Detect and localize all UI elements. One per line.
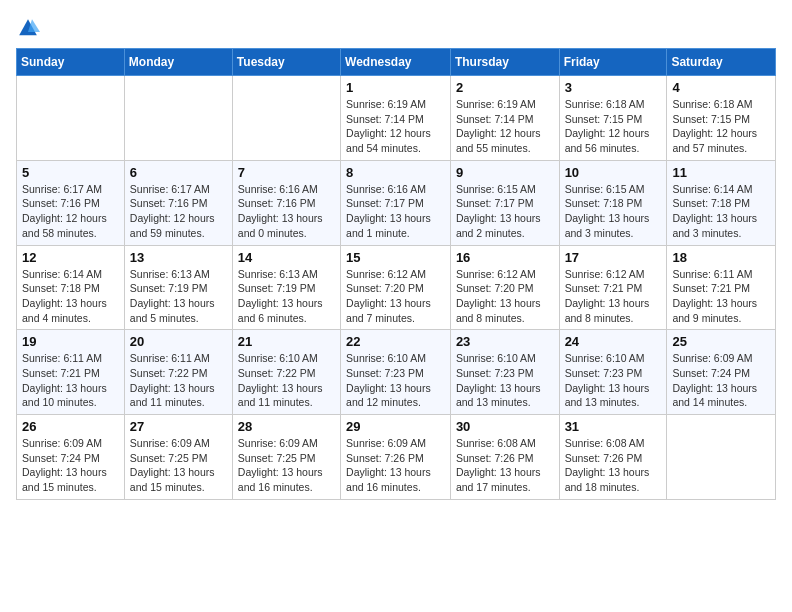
day-info: Sunrise: 6:13 AMSunset: 7:19 PMDaylight:… bbox=[130, 267, 227, 326]
day-info: Sunrise: 6:09 AMSunset: 7:24 PMDaylight:… bbox=[672, 351, 770, 410]
day-number: 22 bbox=[346, 334, 445, 349]
day-cell bbox=[17, 76, 125, 161]
day-number: 1 bbox=[346, 80, 445, 95]
day-info: Sunrise: 6:09 AMSunset: 7:25 PMDaylight:… bbox=[238, 436, 335, 495]
day-info: Sunrise: 6:12 AMSunset: 7:20 PMDaylight:… bbox=[456, 267, 554, 326]
week-row-5: 26Sunrise: 6:09 AMSunset: 7:24 PMDayligh… bbox=[17, 415, 776, 500]
day-info: Sunrise: 6:08 AMSunset: 7:26 PMDaylight:… bbox=[456, 436, 554, 495]
day-info: Sunrise: 6:09 AMSunset: 7:24 PMDaylight:… bbox=[22, 436, 119, 495]
week-row-1: 1Sunrise: 6:19 AMSunset: 7:14 PMDaylight… bbox=[17, 76, 776, 161]
day-cell: 26Sunrise: 6:09 AMSunset: 7:24 PMDayligh… bbox=[17, 415, 125, 500]
day-number: 7 bbox=[238, 165, 335, 180]
day-info: Sunrise: 6:19 AMSunset: 7:14 PMDaylight:… bbox=[456, 97, 554, 156]
day-info: Sunrise: 6:09 AMSunset: 7:26 PMDaylight:… bbox=[346, 436, 445, 495]
day-info: Sunrise: 6:18 AMSunset: 7:15 PMDaylight:… bbox=[672, 97, 770, 156]
page-header bbox=[16, 16, 776, 40]
day-cell: 12Sunrise: 6:14 AMSunset: 7:18 PMDayligh… bbox=[17, 245, 125, 330]
day-cell: 3Sunrise: 6:18 AMSunset: 7:15 PMDaylight… bbox=[559, 76, 667, 161]
day-info: Sunrise: 6:10 AMSunset: 7:22 PMDaylight:… bbox=[238, 351, 335, 410]
day-number: 19 bbox=[22, 334, 119, 349]
day-info: Sunrise: 6:16 AMSunset: 7:16 PMDaylight:… bbox=[238, 182, 335, 241]
day-number: 9 bbox=[456, 165, 554, 180]
day-info: Sunrise: 6:12 AMSunset: 7:20 PMDaylight:… bbox=[346, 267, 445, 326]
day-info: Sunrise: 6:08 AMSunset: 7:26 PMDaylight:… bbox=[565, 436, 662, 495]
day-cell: 25Sunrise: 6:09 AMSunset: 7:24 PMDayligh… bbox=[667, 330, 776, 415]
day-number: 11 bbox=[672, 165, 770, 180]
calendar-table: SundayMondayTuesdayWednesdayThursdayFrid… bbox=[16, 48, 776, 500]
day-number: 26 bbox=[22, 419, 119, 434]
day-cell bbox=[232, 76, 340, 161]
day-number: 8 bbox=[346, 165, 445, 180]
week-row-3: 12Sunrise: 6:14 AMSunset: 7:18 PMDayligh… bbox=[17, 245, 776, 330]
day-cell: 7Sunrise: 6:16 AMSunset: 7:16 PMDaylight… bbox=[232, 160, 340, 245]
day-number: 28 bbox=[238, 419, 335, 434]
header-monday: Monday bbox=[124, 49, 232, 76]
day-info: Sunrise: 6:15 AMSunset: 7:18 PMDaylight:… bbox=[565, 182, 662, 241]
day-info: Sunrise: 6:18 AMSunset: 7:15 PMDaylight:… bbox=[565, 97, 662, 156]
day-info: Sunrise: 6:10 AMSunset: 7:23 PMDaylight:… bbox=[456, 351, 554, 410]
day-number: 23 bbox=[456, 334, 554, 349]
day-info: Sunrise: 6:14 AMSunset: 7:18 PMDaylight:… bbox=[22, 267, 119, 326]
day-info: Sunrise: 6:13 AMSunset: 7:19 PMDaylight:… bbox=[238, 267, 335, 326]
day-number: 16 bbox=[456, 250, 554, 265]
day-number: 31 bbox=[565, 419, 662, 434]
day-cell: 9Sunrise: 6:15 AMSunset: 7:17 PMDaylight… bbox=[450, 160, 559, 245]
day-info: Sunrise: 6:11 AMSunset: 7:21 PMDaylight:… bbox=[22, 351, 119, 410]
day-number: 27 bbox=[130, 419, 227, 434]
day-cell: 11Sunrise: 6:14 AMSunset: 7:18 PMDayligh… bbox=[667, 160, 776, 245]
day-cell: 31Sunrise: 6:08 AMSunset: 7:26 PMDayligh… bbox=[559, 415, 667, 500]
day-cell: 19Sunrise: 6:11 AMSunset: 7:21 PMDayligh… bbox=[17, 330, 125, 415]
day-number: 17 bbox=[565, 250, 662, 265]
header-wednesday: Wednesday bbox=[341, 49, 451, 76]
day-cell bbox=[667, 415, 776, 500]
day-number: 5 bbox=[22, 165, 119, 180]
day-info: Sunrise: 6:10 AMSunset: 7:23 PMDaylight:… bbox=[565, 351, 662, 410]
day-info: Sunrise: 6:16 AMSunset: 7:17 PMDaylight:… bbox=[346, 182, 445, 241]
day-cell: 21Sunrise: 6:10 AMSunset: 7:22 PMDayligh… bbox=[232, 330, 340, 415]
day-number: 20 bbox=[130, 334, 227, 349]
day-number: 3 bbox=[565, 80, 662, 95]
header-saturday: Saturday bbox=[667, 49, 776, 76]
day-info: Sunrise: 6:11 AMSunset: 7:21 PMDaylight:… bbox=[672, 267, 770, 326]
day-cell: 24Sunrise: 6:10 AMSunset: 7:23 PMDayligh… bbox=[559, 330, 667, 415]
day-cell: 13Sunrise: 6:13 AMSunset: 7:19 PMDayligh… bbox=[124, 245, 232, 330]
day-number: 14 bbox=[238, 250, 335, 265]
day-number: 30 bbox=[456, 419, 554, 434]
day-cell: 1Sunrise: 6:19 AMSunset: 7:14 PMDaylight… bbox=[341, 76, 451, 161]
header-sunday: Sunday bbox=[17, 49, 125, 76]
day-info: Sunrise: 6:10 AMSunset: 7:23 PMDaylight:… bbox=[346, 351, 445, 410]
day-cell: 16Sunrise: 6:12 AMSunset: 7:20 PMDayligh… bbox=[450, 245, 559, 330]
day-cell: 8Sunrise: 6:16 AMSunset: 7:17 PMDaylight… bbox=[341, 160, 451, 245]
day-cell: 17Sunrise: 6:12 AMSunset: 7:21 PMDayligh… bbox=[559, 245, 667, 330]
day-number: 18 bbox=[672, 250, 770, 265]
day-number: 13 bbox=[130, 250, 227, 265]
day-cell: 30Sunrise: 6:08 AMSunset: 7:26 PMDayligh… bbox=[450, 415, 559, 500]
day-cell: 2Sunrise: 6:19 AMSunset: 7:14 PMDaylight… bbox=[450, 76, 559, 161]
day-number: 10 bbox=[565, 165, 662, 180]
day-number: 15 bbox=[346, 250, 445, 265]
day-cell: 22Sunrise: 6:10 AMSunset: 7:23 PMDayligh… bbox=[341, 330, 451, 415]
day-cell bbox=[124, 76, 232, 161]
week-row-2: 5Sunrise: 6:17 AMSunset: 7:16 PMDaylight… bbox=[17, 160, 776, 245]
logo-icon bbox=[16, 16, 40, 40]
day-number: 29 bbox=[346, 419, 445, 434]
day-info: Sunrise: 6:19 AMSunset: 7:14 PMDaylight:… bbox=[346, 97, 445, 156]
day-number: 24 bbox=[565, 334, 662, 349]
day-number: 12 bbox=[22, 250, 119, 265]
day-cell: 14Sunrise: 6:13 AMSunset: 7:19 PMDayligh… bbox=[232, 245, 340, 330]
day-info: Sunrise: 6:09 AMSunset: 7:25 PMDaylight:… bbox=[130, 436, 227, 495]
day-info: Sunrise: 6:12 AMSunset: 7:21 PMDaylight:… bbox=[565, 267, 662, 326]
day-cell: 28Sunrise: 6:09 AMSunset: 7:25 PMDayligh… bbox=[232, 415, 340, 500]
day-number: 2 bbox=[456, 80, 554, 95]
header-thursday: Thursday bbox=[450, 49, 559, 76]
logo bbox=[16, 16, 44, 40]
day-cell: 20Sunrise: 6:11 AMSunset: 7:22 PMDayligh… bbox=[124, 330, 232, 415]
day-info: Sunrise: 6:15 AMSunset: 7:17 PMDaylight:… bbox=[456, 182, 554, 241]
day-cell: 4Sunrise: 6:18 AMSunset: 7:15 PMDaylight… bbox=[667, 76, 776, 161]
day-number: 4 bbox=[672, 80, 770, 95]
day-cell: 15Sunrise: 6:12 AMSunset: 7:20 PMDayligh… bbox=[341, 245, 451, 330]
header-tuesday: Tuesday bbox=[232, 49, 340, 76]
day-number: 25 bbox=[672, 334, 770, 349]
week-row-4: 19Sunrise: 6:11 AMSunset: 7:21 PMDayligh… bbox=[17, 330, 776, 415]
day-cell: 23Sunrise: 6:10 AMSunset: 7:23 PMDayligh… bbox=[450, 330, 559, 415]
